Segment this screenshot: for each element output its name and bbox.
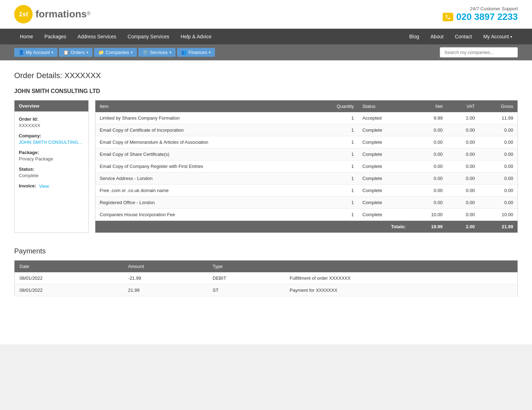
row-vat: 0.00	[447, 185, 479, 197]
row-item: Companies House Incorporation Fee	[95, 209, 311, 221]
list-item: 08/01/2022 21.99 ST Payment for XXXXXXX	[15, 284, 518, 296]
sub-nav-left: 👤 My Account ▾ 📋 Orders ▾ 📁 Companies ▾ …	[14, 48, 215, 57]
chevron-down-icon: ▾	[510, 35, 512, 39]
row-quantity: 1	[311, 148, 358, 160]
finances-button[interactable]: 👥 Finances ▾	[177, 48, 215, 57]
nav-item-company-services[interactable]: Company Services	[122, 29, 175, 44]
my-account-button[interactable]: 👤 My Account ▾	[14, 48, 57, 57]
account-icon: 👤	[18, 50, 24, 55]
row-net: 0.00	[410, 173, 447, 185]
col-net: Net	[410, 100, 447, 113]
row-quantity: 1	[311, 209, 358, 221]
pay-description: Payment for XXXXXXX	[285, 284, 518, 296]
row-net: 0.00	[410, 148, 447, 160]
totals-net: 19.99	[410, 221, 447, 233]
row-item: Email Copy of Share Certificate(s)	[95, 148, 311, 160]
row-status: Complete	[358, 136, 410, 148]
pay-amount: -21.99	[123, 272, 208, 284]
row-quantity: 1	[311, 136, 358, 148]
list-item: 08/01/2022 -21.99 DEBIT Fulfillment of o…	[15, 272, 518, 284]
chevron-down-icon: ▾	[209, 50, 211, 54]
overview-body: Order Id: XXXXXXX Company: JOHN SMITH CO…	[15, 111, 88, 199]
nav-item-address-services[interactable]: Address Services	[72, 29, 122, 44]
col-gross: Gross	[479, 100, 518, 113]
nav-item-my-account[interactable]: My Account ▾	[478, 29, 518, 44]
row-net: 0.00	[410, 160, 447, 173]
row-vat: 0.00	[447, 124, 479, 136]
row-net: 9.99	[410, 112, 447, 124]
row-vat: 0.00	[447, 197, 479, 209]
overview-company: Company: JOHN SMITH CONSULTING...	[19, 133, 84, 145]
row-net: 0.00	[410, 197, 447, 209]
row-gross: 0.00	[479, 160, 518, 173]
nav-item-home[interactable]: Home	[14, 29, 39, 44]
nav-item-about[interactable]: About	[425, 29, 449, 44]
overview-header: Overview	[15, 100, 88, 111]
nav-item-packages[interactable]: Packages	[39, 29, 72, 44]
services-button[interactable]: ⚙️ Services ▾	[138, 48, 176, 57]
row-gross: 0.00	[479, 197, 518, 209]
chevron-down-icon: ▾	[131, 50, 133, 54]
row-quantity: 1	[311, 173, 358, 185]
chevron-down-icon: ▾	[87, 50, 88, 54]
row-net: 0.00	[410, 124, 447, 136]
pay-col-date: Date	[15, 261, 123, 273]
order-layout: Overview Order Id: XXXXXXX Company: JOHN…	[14, 100, 518, 233]
pay-date: 08/01/2022	[15, 284, 123, 296]
company-link[interactable]: JOHN SMITH CONSULTING...	[19, 140, 82, 145]
table-row: Email Copy of Share Certificate(s) 1 Com…	[95, 148, 518, 160]
main-nav-left: Home Packages Address Services Company S…	[14, 29, 217, 44]
support-area: 24/7 Customer Support 020 3897 2233	[443, 6, 518, 22]
row-quantity: 1	[311, 160, 358, 173]
companies-icon: 📁	[98, 50, 104, 55]
pay-col-amount: Amount	[123, 261, 208, 273]
totals-gross: 21.99	[479, 221, 518, 233]
pay-col-desc	[285, 261, 518, 273]
overview-status: Status: Complete	[19, 166, 84, 178]
table-row: Email Copy of Company Register with Firs…	[95, 160, 518, 173]
order-table-wrap: Item Quantity Status Net VAT Gross Limit…	[95, 100, 518, 233]
row-quantity: 1	[311, 197, 358, 209]
overview-package: Package: Privacy Package	[19, 150, 84, 162]
row-gross: 0.00	[479, 124, 518, 136]
table-row: Registered Office - London 1 Complete 0.…	[95, 197, 518, 209]
row-status: Complete	[358, 124, 410, 136]
table-row: Free .com or .co.uk domain name 1 Comple…	[95, 185, 518, 197]
nav-item-help-advice[interactable]: Help & Advice	[175, 29, 217, 44]
status-label: Status:	[19, 166, 84, 172]
logo-text: formations®	[35, 9, 90, 20]
orders-button[interactable]: 📋 Orders ▾	[59, 48, 93, 57]
package-value: Privacy Package	[19, 156, 53, 162]
table-row: Email Copy of Memorandum & Articles of A…	[95, 136, 518, 148]
page-content: Order Details: XXXXXXX JOHN SMITH CONSUL…	[0, 60, 532, 344]
row-item: Service Address - London	[95, 173, 311, 185]
logo-area: 1st formations®	[14, 5, 90, 23]
logo-badge: 1st	[14, 5, 33, 23]
nav-item-contact[interactable]: Contact	[449, 29, 477, 44]
row-gross: 0.00	[479, 173, 518, 185]
nav-item-blog[interactable]: Blog	[404, 29, 425, 44]
order-id-value: XXXXXXX	[19, 123, 40, 128]
col-vat: VAT	[447, 100, 479, 113]
table-row: Companies House Incorporation Fee 1 Comp…	[95, 209, 518, 221]
invoice-label: Invoice:	[19, 183, 36, 188]
overview-order-id: Order Id: XXXXXXX	[19, 116, 84, 128]
payments-table: Date Amount Type 08/01/2022 -21.99 DEBIT…	[14, 260, 518, 296]
row-status: Complete	[358, 173, 410, 185]
row-gross: 10.00	[479, 209, 518, 221]
invoice-view-link[interactable]: View	[39, 184, 49, 189]
companies-button[interactable]: 📁 Companies ▾	[94, 48, 137, 57]
main-nav: Home Packages Address Services Company S…	[0, 29, 532, 44]
col-status: Status	[358, 100, 410, 113]
row-item: Email Copy of Memorandum & Articles of A…	[95, 136, 311, 148]
pay-date: 08/01/2022	[15, 272, 123, 284]
overview-panel: Overview Order Id: XXXXXXX Company: JOHN…	[14, 100, 89, 233]
pay-description: Fulfillment of order XXXXXXX	[285, 272, 518, 284]
row-gross: 11.99	[479, 112, 518, 124]
row-vat: 0.00	[447, 148, 479, 160]
row-item: Limited by Shares Company Formation	[95, 112, 311, 124]
overview-invoice: Invoice: View	[19, 183, 84, 189]
payments-title: Payments	[14, 247, 518, 255]
row-status: Complete	[358, 160, 410, 173]
search-input[interactable]	[440, 47, 518, 58]
